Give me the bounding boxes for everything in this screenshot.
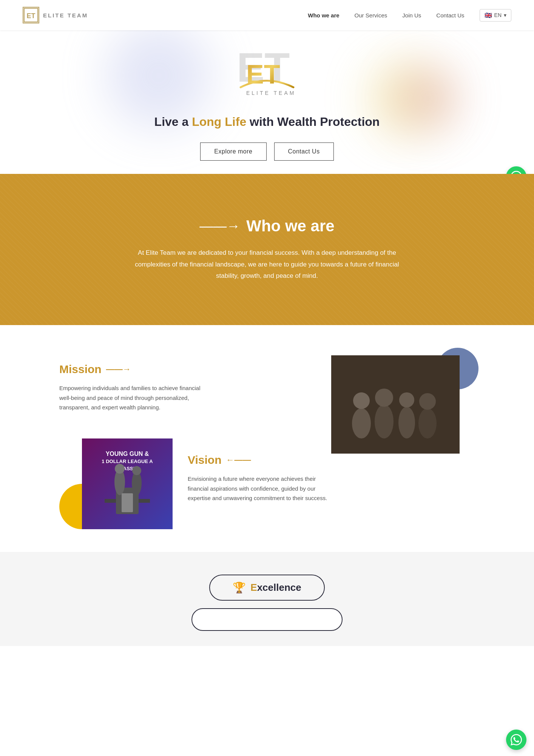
language-selector[interactable]: 🇬🇧 EN ▾ [480,9,511,22]
next-badge-placeholder [191,608,343,631]
logo-text: ELITE TEAM [43,12,88,19]
arrow-icon: ——→ [199,218,240,234]
mission-arrow-icon: ——→ [106,364,131,374]
mission-title: Mission [59,363,102,376]
excellence-label: Excellence [250,582,301,593]
svg-point-21 [132,466,141,475]
flag-icon: 🇬🇧 [485,12,492,19]
who-content: ——→ Who we are At Elite Team we are dedi… [135,217,399,282]
nav-who-we-are[interactable]: Who we are [308,12,339,19]
hero-buttons: Explore more Contact Us [200,143,333,161]
nav-our-services[interactable]: Our Services [355,12,387,19]
hero-tagline: Live a Long Life with Wealth Protection [154,115,380,129]
bg-blob-purple [106,23,211,129]
svg-point-19 [115,464,125,474]
excellence-section: 🏆 Excellence [0,552,534,646]
whatsapp-button-1[interactable] [506,166,526,174]
contact-us-hero-button[interactable]: Contact Us [274,143,334,161]
nav-contact-us[interactable]: Contact Us [436,12,464,19]
who-title-text: Who we are [246,217,334,235]
excellence-rest: xcellence [257,582,301,593]
svg-rect-14 [331,355,460,454]
mission-photo [331,355,460,454]
mission-text: Mission ——→ Empowering individuals and f… [59,355,309,412]
excellence-badge: 🏆 Excellence [209,575,324,601]
svg-text:ET: ET [26,12,35,20]
svg-rect-22 [122,493,133,512]
logo[interactable]: ET ELITE TEAM [23,7,88,23]
svg-rect-15 [82,438,173,529]
nav-join-us[interactable]: Join Us [402,12,421,19]
vision-body: Envisioning a future where everyone achi… [188,474,331,503]
bg-blob-red [398,68,458,129]
tagline-highlight: Long Life [192,115,246,129]
vision-image-wrap: YOUNG GUN & 1 DOLLAR LEAGUE A (CLASSIC) [59,438,165,529]
tagline-pre: Live a [154,115,192,129]
lang-label: EN [494,12,502,18]
nav-links: Who we are Our Services Join Us Contact … [308,9,511,22]
vision-title: Vision [188,454,221,466]
who-title: ——→ Who we are [135,217,399,235]
hero-logo: ET ET ELITE TEAM [225,44,309,106]
navbar: ET ELITE TEAM Who we are Our Services Jo… [0,0,534,30]
mission-heading: Mission ——→ [59,363,309,376]
excellence-e: E [250,582,257,593]
svg-text:ELITE TEAM: ELITE TEAM [246,90,296,96]
mv-inner: Mission ——→ Empowering individuals and f… [59,355,475,529]
chevron-down-icon: ▾ [504,12,506,18]
vision-arrow-icon: ←—— [226,455,251,465]
excellence-icon: 🏆 [233,581,246,594]
mission-vision-section: Mission ——→ Empowering individuals and f… [0,325,534,552]
mission-image-wrap [331,355,475,461]
who-description: At Elite Team we are dedicated to your f… [135,247,399,282]
logo-icon: ET [23,7,39,23]
vision-photo: YOUNG GUN & 1 DOLLAR LEAGUE A (CLASSIC) [82,438,173,529]
mission-body: Empowering individuals and families to a… [59,383,203,412]
tagline-post: with Wealth Protection [246,115,380,129]
who-we-are-section: ——→ Who we are At Elite Team we are dedi… [0,174,534,325]
svg-text:ET: ET [246,60,280,89]
explore-more-button[interactable]: Explore more [200,143,266,161]
